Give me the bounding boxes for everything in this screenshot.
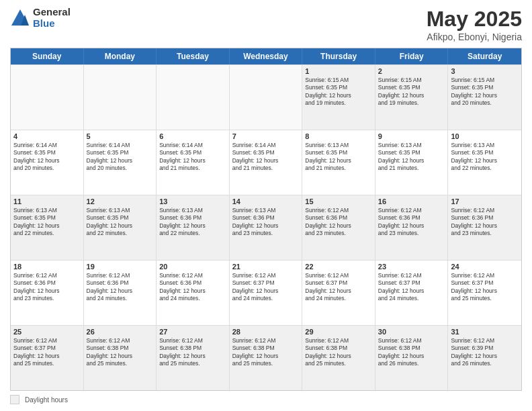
footer: Daylight hours [10,395,522,404]
day-info: Sunrise: 6:12 AM Sunset: 6:39 PM Dayligh… [451,337,519,368]
logo-blue-text: Blue [33,18,71,30]
calendar-row: 11Sunrise: 6:13 AM Sunset: 6:35 PM Dayli… [11,195,521,260]
calendar-cell: 29Sunrise: 6:12 AM Sunset: 6:38 PM Dayli… [302,326,375,390]
day-info: Sunrise: 6:12 AM Sunset: 6:36 PM Dayligh… [159,272,226,303]
calendar-row: 4Sunrise: 6:14 AM Sunset: 6:35 PM Daylig… [11,130,521,195]
day-number: 4 [13,132,81,140]
calendar-cell [11,65,84,130]
day-info: Sunrise: 6:13 AM Sunset: 6:35 PM Dayligh… [13,207,81,238]
day-number: 10 [451,132,519,140]
calendar-body: 1Sunrise: 6:15 AM Sunset: 6:35 PM Daylig… [11,64,521,390]
calendar-cell: 28Sunrise: 6:12 AM Sunset: 6:38 PM Dayli… [230,326,303,390]
logo: General Blue [10,7,71,29]
calendar-cell: 6Sunrise: 6:14 AM Sunset: 6:35 PM Daylig… [157,130,230,195]
day-number: 5 [87,132,154,140]
calendar-header-cell: Sunday [11,48,84,64]
daylight-legend-box [10,395,19,404]
day-info: Sunrise: 6:14 AM Sunset: 6:35 PM Dayligh… [159,142,226,173]
calendar-cell: 1Sunrise: 6:15 AM Sunset: 6:35 PM Daylig… [302,65,375,130]
day-info: Sunrise: 6:12 AM Sunset: 6:36 PM Dayligh… [451,207,519,238]
logo-general-text: General [33,7,71,18]
calendar-header-cell: Thursday [302,48,375,64]
calendar-cell: 9Sunrise: 6:13 AM Sunset: 6:35 PM Daylig… [375,130,449,195]
calendar-cell: 17Sunrise: 6:12 AM Sunset: 6:36 PM Dayli… [448,195,521,260]
calendar-cell: 18Sunrise: 6:12 AM Sunset: 6:36 PM Dayli… [11,261,84,325]
day-info: Sunrise: 6:12 AM Sunset: 6:37 PM Dayligh… [13,337,81,368]
day-info: Sunrise: 6:15 AM Sunset: 6:35 PM Dayligh… [305,77,372,107]
day-number: 21 [232,263,300,271]
day-info: Sunrise: 6:15 AM Sunset: 6:35 PM Dayligh… [378,77,445,107]
day-info: Sunrise: 6:12 AM Sunset: 6:38 PM Dayligh… [378,337,445,368]
calendar-cell: 13Sunrise: 6:13 AM Sunset: 6:36 PM Dayli… [157,195,230,260]
day-info: Sunrise: 6:13 AM Sunset: 6:35 PM Dayligh… [305,142,372,173]
day-number: 27 [159,328,226,336]
day-number: 17 [451,197,519,205]
day-number: 26 [87,328,154,336]
calendar-cell: 25Sunrise: 6:12 AM Sunset: 6:37 PM Dayli… [11,326,84,390]
day-info: Sunrise: 6:12 AM Sunset: 6:36 PM Dayligh… [305,207,372,238]
calendar-cell: 23Sunrise: 6:12 AM Sunset: 6:37 PM Dayli… [375,261,449,325]
calendar-cell: 21Sunrise: 6:12 AM Sunset: 6:37 PM Dayli… [230,261,303,325]
day-number: 25 [13,328,81,336]
calendar-cell: 8Sunrise: 6:13 AM Sunset: 6:35 PM Daylig… [302,130,375,195]
daylight-legend-label: Daylight hours [25,396,68,404]
day-info: Sunrise: 6:13 AM Sunset: 6:35 PM Dayligh… [378,142,445,173]
calendar-cell: 31Sunrise: 6:12 AM Sunset: 6:39 PM Dayli… [448,326,521,390]
calendar-cell: 20Sunrise: 6:12 AM Sunset: 6:36 PM Dayli… [157,261,230,325]
header: General Blue May 2025 Afikpo, Ebonyi, Ni… [10,7,522,42]
calendar-cell: 11Sunrise: 6:13 AM Sunset: 6:35 PM Dayli… [11,195,84,260]
day-number: 22 [305,263,372,271]
calendar-header-cell: Wednesday [230,48,303,64]
calendar-row: 18Sunrise: 6:12 AM Sunset: 6:36 PM Dayli… [11,260,521,325]
day-info: Sunrise: 6:13 AM Sunset: 6:36 PM Dayligh… [232,207,300,238]
day-number: 13 [159,197,226,205]
day-number: 1 [305,67,372,75]
day-info: Sunrise: 6:12 AM Sunset: 6:36 PM Dayligh… [378,207,445,238]
day-number: 23 [378,263,445,271]
day-number: 30 [378,328,445,336]
calendar-cell: 4Sunrise: 6:14 AM Sunset: 6:35 PM Daylig… [11,130,84,195]
calendar-cell: 7Sunrise: 6:14 AM Sunset: 6:35 PM Daylig… [230,130,303,195]
day-info: Sunrise: 6:14 AM Sunset: 6:35 PM Dayligh… [232,142,300,173]
day-info: Sunrise: 6:13 AM Sunset: 6:35 PM Dayligh… [87,207,154,238]
calendar-cell [230,65,303,130]
day-number: 2 [378,67,445,75]
calendar-cell: 22Sunrise: 6:12 AM Sunset: 6:37 PM Dayli… [302,261,375,325]
day-number: 11 [13,197,81,205]
subtitle: Afikpo, Ebonyi, Nigeria [427,32,522,42]
calendar-cell: 16Sunrise: 6:12 AM Sunset: 6:36 PM Dayli… [375,195,449,260]
day-info: Sunrise: 6:14 AM Sunset: 6:35 PM Dayligh… [13,142,81,173]
day-info: Sunrise: 6:12 AM Sunset: 6:37 PM Dayligh… [378,272,445,303]
day-info: Sunrise: 6:13 AM Sunset: 6:36 PM Dayligh… [159,207,226,238]
calendar-header: SundayMondayTuesdayWednesdayThursdayFrid… [11,48,521,64]
day-number: 29 [305,328,372,336]
day-info: Sunrise: 6:12 AM Sunset: 6:37 PM Dayligh… [451,272,519,303]
day-number: 7 [232,132,300,140]
day-info: Sunrise: 6:12 AM Sunset: 6:36 PM Dayligh… [13,272,81,303]
day-info: Sunrise: 6:13 AM Sunset: 6:35 PM Dayligh… [451,142,519,173]
day-info: Sunrise: 6:12 AM Sunset: 6:38 PM Dayligh… [87,337,154,368]
calendar-cell: 24Sunrise: 6:12 AM Sunset: 6:37 PM Dayli… [448,261,521,325]
page: General Blue May 2025 Afikpo, Ebonyi, Ni… [0,0,532,411]
day-info: Sunrise: 6:12 AM Sunset: 6:37 PM Dayligh… [305,272,372,303]
logo-icon [10,8,30,28]
calendar-header-cell: Monday [84,48,157,64]
title-block: May 2025 Afikpo, Ebonyi, Nigeria [427,7,522,42]
calendar-cell: 3Sunrise: 6:15 AM Sunset: 6:35 PM Daylig… [448,65,521,130]
calendar-header-cell: Saturday [448,48,521,64]
calendar-cell: 5Sunrise: 6:14 AM Sunset: 6:35 PM Daylig… [84,130,157,195]
day-number: 9 [378,132,445,140]
calendar-cell: 26Sunrise: 6:12 AM Sunset: 6:38 PM Dayli… [84,326,157,390]
day-info: Sunrise: 6:12 AM Sunset: 6:37 PM Dayligh… [232,272,300,303]
calendar-cell [157,65,230,130]
day-info: Sunrise: 6:12 AM Sunset: 6:38 PM Dayligh… [159,337,226,368]
day-info: Sunrise: 6:12 AM Sunset: 6:38 PM Dayligh… [232,337,300,368]
day-number: 14 [232,197,300,205]
day-number: 18 [13,263,81,271]
day-number: 31 [451,328,519,336]
day-info: Sunrise: 6:14 AM Sunset: 6:35 PM Dayligh… [87,142,154,173]
calendar-cell: 2Sunrise: 6:15 AM Sunset: 6:35 PM Daylig… [375,65,449,130]
calendar-cell: 10Sunrise: 6:13 AM Sunset: 6:35 PM Dayli… [448,130,521,195]
day-number: 20 [159,263,226,271]
calendar: SundayMondayTuesdayWednesdayThursdayFrid… [10,48,522,391]
